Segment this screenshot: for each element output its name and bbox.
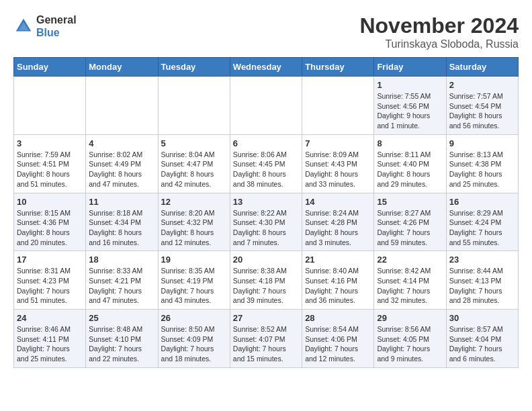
week-row-3: 10Sunrise: 8:15 AM Sunset: 4:36 PM Dayli… (14, 193, 519, 251)
week-row-4: 17Sunrise: 8:31 AM Sunset: 4:23 PM Dayli… (14, 251, 519, 310)
calendar-cell: 14Sunrise: 8:24 AM Sunset: 4:28 PM Dayli… (302, 193, 374, 251)
day-number: 12 (161, 197, 227, 207)
day-number: 3 (17, 138, 83, 148)
day-info: Sunrise: 8:22 AM Sunset: 4:30 PM Dayligh… (233, 208, 299, 248)
day-number: 10 (17, 197, 83, 207)
day-number: 7 (305, 138, 371, 148)
calendar-cell: 21Sunrise: 8:40 AM Sunset: 4:16 PM Dayli… (302, 251, 374, 310)
day-info: Sunrise: 8:56 AM Sunset: 4:05 PM Dayligh… (377, 324, 443, 364)
day-info: Sunrise: 8:09 AM Sunset: 4:43 PM Dayligh… (305, 150, 371, 189)
day-info: Sunrise: 8:33 AM Sunset: 4:21 PM Dayligh… (89, 266, 154, 306)
header-thursday: Thursday (302, 58, 374, 77)
calendar-cell: 17Sunrise: 8:31 AM Sunset: 4:23 PM Dayli… (14, 251, 86, 310)
header-row: Sunday Monday Tuesday Wednesday Thursday… (14, 58, 519, 77)
day-number: 9 (449, 138, 515, 148)
day-info: Sunrise: 8:50 AM Sunset: 4:09 PM Dayligh… (161, 324, 227, 364)
day-number: 30 (449, 313, 515, 323)
header-wednesday: Wednesday (230, 58, 302, 77)
calendar-cell: 28Sunrise: 8:54 AM Sunset: 4:06 PM Dayli… (302, 310, 374, 368)
day-number: 4 (89, 138, 154, 148)
calendar-cell: 15Sunrise: 8:27 AM Sunset: 4:26 PM Dayli… (374, 193, 446, 251)
day-info: Sunrise: 8:18 AM Sunset: 4:34 PM Dayligh… (89, 208, 154, 248)
week-row-2: 3Sunrise: 7:59 AM Sunset: 4:51 PM Daylig… (14, 134, 519, 193)
day-info: Sunrise: 8:27 AM Sunset: 4:26 PM Dayligh… (377, 208, 443, 248)
calendar-cell (302, 77, 374, 135)
day-info: Sunrise: 8:35 AM Sunset: 4:19 PM Dayligh… (161, 266, 227, 306)
day-info: Sunrise: 8:04 AM Sunset: 4:47 PM Dayligh… (161, 150, 227, 189)
day-number: 18 (89, 255, 154, 265)
day-number: 29 (377, 313, 443, 323)
day-info: Sunrise: 8:13 AM Sunset: 4:38 PM Dayligh… (449, 150, 515, 189)
day-number: 17 (17, 255, 83, 265)
calendar-cell: 2Sunrise: 7:57 AM Sunset: 4:54 PM Daylig… (446, 77, 518, 135)
calendar-cell: 3Sunrise: 7:59 AM Sunset: 4:51 PM Daylig… (14, 134, 86, 193)
calendar-cell: 18Sunrise: 8:33 AM Sunset: 4:21 PM Dayli… (86, 251, 158, 310)
day-number: 25 (89, 313, 154, 323)
calendar-cell: 12Sunrise: 8:20 AM Sunset: 4:32 PM Dayli… (158, 193, 230, 251)
day-number: 11 (89, 197, 154, 207)
header-monday: Monday (86, 58, 158, 77)
calendar-cell (14, 77, 86, 135)
day-number: 13 (233, 197, 299, 207)
day-info: Sunrise: 8:42 AM Sunset: 4:14 PM Dayligh… (377, 266, 443, 306)
day-number: 5 (161, 138, 227, 148)
header-tuesday: Tuesday (158, 58, 230, 77)
day-info: Sunrise: 8:20 AM Sunset: 4:32 PM Dayligh… (161, 208, 227, 248)
day-info: Sunrise: 8:57 AM Sunset: 4:04 PM Dayligh… (449, 324, 515, 364)
day-info: Sunrise: 8:40 AM Sunset: 4:16 PM Dayligh… (305, 266, 371, 306)
week-row-5: 24Sunrise: 8:46 AM Sunset: 4:11 PM Dayli… (14, 310, 519, 368)
calendar-cell (230, 77, 302, 135)
logo-icon (13, 16, 34, 36)
day-info: Sunrise: 8:38 AM Sunset: 4:18 PM Dayligh… (233, 266, 299, 306)
calendar-cell: 9Sunrise: 8:13 AM Sunset: 4:38 PM Daylig… (446, 134, 518, 193)
day-number: 19 (161, 255, 227, 265)
day-info: Sunrise: 8:02 AM Sunset: 4:49 PM Dayligh… (89, 150, 154, 189)
calendar-header: Sunday Monday Tuesday Wednesday Thursday… (14, 58, 519, 77)
day-info: Sunrise: 8:44 AM Sunset: 4:13 PM Dayligh… (449, 266, 515, 306)
day-number: 8 (377, 138, 443, 148)
day-number: 22 (377, 255, 443, 265)
calendar-cell: 27Sunrise: 8:52 AM Sunset: 4:07 PM Dayli… (230, 310, 302, 368)
calendar-cell: 1Sunrise: 7:55 AM Sunset: 4:56 PM Daylig… (374, 77, 446, 135)
calendar-cell (158, 77, 230, 135)
calendar-cell: 8Sunrise: 8:11 AM Sunset: 4:40 PM Daylig… (374, 134, 446, 193)
main-title: November 2024 (359, 13, 519, 38)
calendar-cell: 23Sunrise: 8:44 AM Sunset: 4:13 PM Dayli… (446, 251, 518, 310)
calendar-cell: 22Sunrise: 8:42 AM Sunset: 4:14 PM Dayli… (374, 251, 446, 310)
day-info: Sunrise: 7:59 AM Sunset: 4:51 PM Dayligh… (17, 150, 83, 189)
calendar-cell: 26Sunrise: 8:50 AM Sunset: 4:09 PM Dayli… (158, 310, 230, 368)
day-info: Sunrise: 7:57 AM Sunset: 4:54 PM Dayligh… (449, 91, 515, 131)
calendar-cell: 29Sunrise: 8:56 AM Sunset: 4:05 PM Dayli… (374, 310, 446, 368)
day-number: 20 (233, 255, 299, 265)
calendar-cell: 5Sunrise: 8:04 AM Sunset: 4:47 PM Daylig… (158, 134, 230, 193)
header-saturday: Saturday (446, 58, 518, 77)
logo: General Blue (13, 13, 77, 39)
calendar-cell: 4Sunrise: 8:02 AM Sunset: 4:49 PM Daylig… (86, 134, 158, 193)
day-info: Sunrise: 8:29 AM Sunset: 4:24 PM Dayligh… (449, 208, 515, 248)
calendar-cell: 13Sunrise: 8:22 AM Sunset: 4:30 PM Dayli… (230, 193, 302, 251)
day-number: 6 (233, 138, 299, 148)
calendar-cell: 19Sunrise: 8:35 AM Sunset: 4:19 PM Dayli… (158, 251, 230, 310)
day-number: 24 (17, 313, 83, 323)
day-info: Sunrise: 8:54 AM Sunset: 4:06 PM Dayligh… (305, 324, 371, 364)
day-number: 1 (377, 80, 443, 90)
calendar-cell: 11Sunrise: 8:18 AM Sunset: 4:34 PM Dayli… (86, 193, 158, 251)
calendar-table: Sunday Monday Tuesday Wednesday Thursday… (13, 57, 519, 368)
logo-text: General Blue (36, 13, 77, 39)
header-friday: Friday (374, 58, 446, 77)
calendar-cell: 16Sunrise: 8:29 AM Sunset: 4:24 PM Dayli… (446, 193, 518, 251)
day-number: 28 (305, 313, 371, 323)
title-section: November 2024 Turinskaya Sloboda, Russia (359, 13, 519, 50)
day-number: 15 (377, 197, 443, 207)
week-row-1: 1Sunrise: 7:55 AM Sunset: 4:56 PM Daylig… (14, 77, 519, 135)
day-info: Sunrise: 7:55 AM Sunset: 4:56 PM Dayligh… (377, 91, 443, 131)
day-number: 27 (233, 313, 299, 323)
day-number: 26 (161, 313, 227, 323)
calendar-cell: 7Sunrise: 8:09 AM Sunset: 4:43 PM Daylig… (302, 134, 374, 193)
calendar-cell: 6Sunrise: 8:06 AM Sunset: 4:45 PM Daylig… (230, 134, 302, 193)
calendar-cell: 24Sunrise: 8:46 AM Sunset: 4:11 PM Dayli… (14, 310, 86, 368)
page-header: General Blue November 2024 Turinskaya Sl… (13, 13, 519, 50)
day-number: 16 (449, 197, 515, 207)
day-info: Sunrise: 8:46 AM Sunset: 4:11 PM Dayligh… (17, 324, 83, 364)
day-number: 2 (449, 80, 515, 90)
